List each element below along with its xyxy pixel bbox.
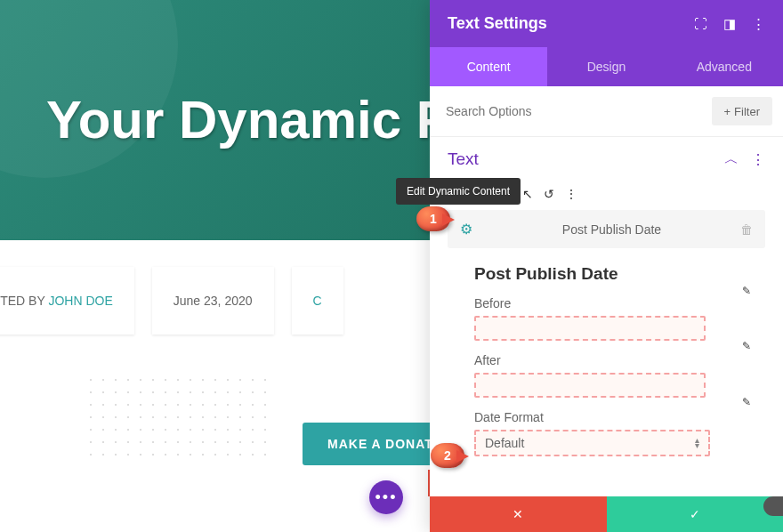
reset-icon[interactable]: ↺: [544, 187, 554, 201]
snap-icon[interactable]: ◨: [723, 16, 736, 32]
expand-icon[interactable]: ⛶: [694, 16, 707, 31]
panel-footer: ✕ ✓: [430, 496, 783, 532]
author-link[interactable]: JOHN DOE: [48, 294, 112, 308]
cancel-button[interactable]: ✕: [430, 496, 607, 532]
before-label: Before: [474, 296, 747, 310]
fab-menu[interactable]: •••: [369, 480, 403, 514]
date-format-label: Date Format: [474, 410, 747, 424]
plus-icon: +: [724, 105, 731, 118]
cursor-icon[interactable]: ↖: [522, 187, 533, 201]
search-input[interactable]: [440, 97, 712, 125]
trash-icon[interactable]: 🗑: [740, 222, 753, 237]
after-label: After: [474, 353, 747, 367]
section-header[interactable]: Text ︿ ⋮: [430, 137, 783, 181]
date-format-value: Default: [485, 436, 524, 450]
after-input[interactable]: [474, 373, 706, 398]
scroll-hint[interactable]: [763, 496, 783, 516]
date-format-select[interactable]: Default ▴▾: [474, 430, 710, 456]
decorative-dots: [85, 374, 271, 463]
search-row: + Filter: [430, 86, 783, 137]
settings-panel: Text Settings ⛶ ◨ ⋮ Content Design Advan…: [430, 0, 783, 532]
tab-content[interactable]: Content: [430, 47, 547, 86]
tab-design[interactable]: Design: [547, 47, 665, 86]
dynamic-form: Post Publish Date Before After Date Form…: [430, 248, 783, 472]
panel-tabs: Content Design Advanced: [430, 47, 783, 86]
callout-marker-2: 2: [431, 443, 464, 468]
menu-icon[interactable]: ⋮: [752, 16, 765, 32]
filter-button[interactable]: + Filter: [712, 97, 772, 125]
form-title: Post Publish Date: [474, 264, 747, 284]
collapse-icon[interactable]: ︿: [724, 150, 739, 169]
section-title: Text: [448, 149, 479, 169]
edit-icon[interactable]: ✎: [742, 285, 751, 297]
panel-header: Text Settings ⛶ ◨ ⋮ Content Design Advan…: [430, 0, 783, 86]
posted-by-label: OSTED BY: [0, 294, 45, 308]
meta-date-box: June 23, 2020: [152, 267, 274, 335]
meta-extra-box: C: [292, 267, 343, 335]
section-menu-icon[interactable]: ⋮: [751, 151, 765, 168]
dynamic-content-chip[interactable]: ⚙ Post Publish Date 🗑: [448, 210, 765, 248]
edit-icon[interactable]: ✎: [742, 340, 751, 352]
edit-dynamic-tooltip: Edit Dynamic Content: [396, 178, 521, 205]
more-icon[interactable]: ⋮: [565, 187, 577, 201]
gear-icon[interactable]: ⚙: [460, 221, 472, 238]
callout-marker-1: 1: [416, 206, 450, 231]
select-arrows-icon: ▴▾: [695, 438, 699, 448]
edit-icon[interactable]: ✎: [742, 396, 751, 408]
panel-title: Text Settings: [448, 14, 547, 33]
chip-label: Post Publish Date: [483, 222, 740, 237]
filter-label: Filter: [734, 105, 760, 118]
tab-advanced[interactable]: Advanced: [666, 47, 783, 86]
before-input[interactable]: [474, 316, 706, 341]
meta-author-box: OSTED BY JOHN DOE: [0, 267, 134, 335]
confirm-button[interactable]: ✓: [607, 496, 784, 532]
